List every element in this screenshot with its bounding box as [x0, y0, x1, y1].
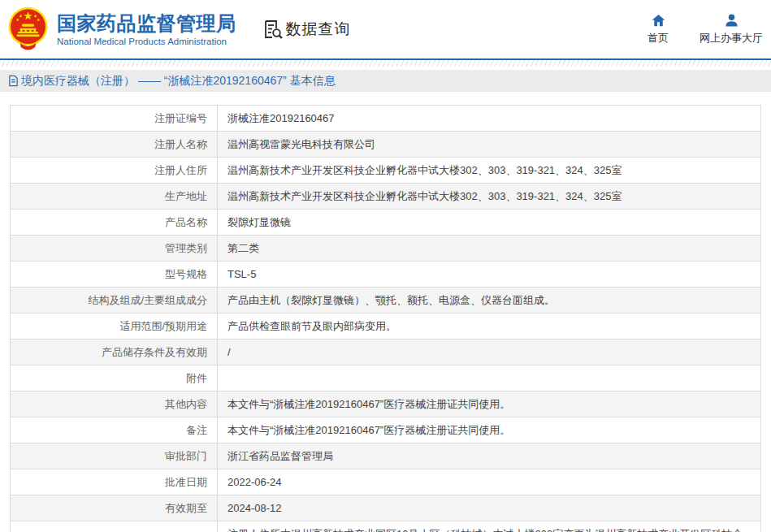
table-row: 结构及组成/主要组成成分 产品由主机（裂隙灯显微镜）、颚托、额托、电源盒、仪器台… — [11, 288, 761, 314]
data-query-label: 数据查询 — [286, 19, 351, 40]
table-row: 适用范围/预期用途 产品供检查眼前节及眼内部病变用。 — [11, 314, 761, 340]
site-header: 国家药品监督管理局 National Medical Products Admi… — [0, 0, 771, 58]
table-row: 其他内容 本文件与“浙械注准20192160467”医疗器械注册证共同使用。 — [11, 391, 761, 417]
table-row: 变更情况 注册人住所由温州高新技术产业园区10号小区（科技城）中试大楼303室变… — [11, 521, 761, 532]
row-value: 2022-06-24 — [218, 469, 761, 495]
row-label: 其他内容 — [165, 396, 207, 413]
document-search-icon — [262, 19, 284, 40]
site-logo: 国家药品监督管理局 National Medical Products Admi… — [6, 6, 236, 52]
row-label: 管理类别 — [165, 240, 207, 257]
nav-label-home: 首页 — [648, 31, 669, 45]
table-row: 附件 — [11, 365, 761, 391]
row-label: 适用范围/预期用途 — [119, 318, 207, 335]
row-value: 本文件与“浙械注准20192160467”医疗器械注册证共同使用。 — [218, 417, 761, 443]
org-name-en: National Medical Products Administration — [57, 37, 236, 46]
table-row: 审批部门 浙江省药品监督管理局 — [11, 443, 761, 469]
table-row: 型号规格 TSL-5 — [11, 262, 761, 288]
row-label: 注册人住所 — [154, 162, 207, 179]
nav-label-service-hall: 网上办事大厅 — [700, 31, 763, 45]
table-row: 管理类别 第二类 — [11, 236, 761, 262]
org-name: 国家药品监督管理局 — [57, 12, 236, 35]
info-table-body: 注册证编号 浙械注准20192160467 注册人名称 温州高视雷蒙光电科技有限… — [11, 106, 761, 532]
row-label: 批准日期 — [165, 474, 207, 491]
data-query-button[interactable]: 数据查询 — [262, 19, 351, 40]
document-icon — [8, 75, 19, 87]
table-row: 生产地址 温州高新技术产业开发区科技企业孵化器中试大楼302、303、319-3… — [11, 184, 761, 210]
row-value: 本文件与“浙械注准20192160467”医疗器械注册证共同使用。 — [218, 391, 761, 417]
row-label: 结构及组成/主要组成成分 — [88, 292, 207, 309]
row-value: 浙江省药品监督管理局 — [218, 443, 761, 469]
nav-item-home[interactable]: 首页 — [648, 13, 669, 45]
row-value: 注册人住所由温州高新技术产业园区10号小区（科技城）中试大楼303室变更为温州高… — [218, 521, 761, 532]
row-label: 产品名称 — [165, 214, 207, 231]
table-row: 有效期至 2024-08-12 — [11, 495, 761, 521]
row-label: 注册证编号 — [154, 110, 207, 127]
row-value: / — [218, 340, 761, 365]
row-label: 附件 — [186, 370, 207, 387]
breadcrumb: 境内医疗器械（注册） —— “浙械注准20192160467” 基本信息 — [0, 70, 771, 92]
row-label: 备注 — [186, 422, 207, 439]
row-label: 型号规格 — [165, 266, 207, 283]
table-row: 批准日期 2022-06-24 — [11, 469, 761, 495]
table-row: 产品名称 裂隙灯显微镜 — [11, 210, 761, 236]
row-value: 浙械注准20192160467 — [218, 106, 761, 132]
row-value: 温州高新技术产业开发区科技企业孵化器中试大楼302、303、319-321、32… — [218, 158, 761, 184]
row-value: 产品供检查眼前节及眼内部病变用。 — [218, 314, 761, 340]
table-row: 注册人名称 温州高视雷蒙光电科技有限公司 — [11, 132, 761, 158]
row-value — [218, 365, 761, 391]
home-icon — [651, 13, 666, 28]
row-label: 审批部门 — [165, 448, 207, 465]
row-value: 产品由主机（裂隙灯显微镜）、颚托、额托、电源盒、仪器台面组成。 — [218, 288, 761, 314]
row-label: 生产地址 — [165, 188, 207, 205]
row-value: 温州高新技术产业开发区科技企业孵化器中试大楼302、303、319-321、32… — [218, 184, 761, 210]
national-emblem-icon — [6, 6, 50, 52]
row-value: 温州高视雷蒙光电科技有限公司 — [218, 132, 761, 158]
header-nav: 首页 网上办事大厅 — [648, 13, 763, 45]
row-value: 2024-08-12 — [218, 495, 761, 521]
table-row: 备注 本文件与“浙械注准20192160467”医疗器械注册证共同使用。 — [11, 417, 761, 443]
registration-info-table: 注册证编号 浙械注准20192160467 注册人名称 温州高视雷蒙光电科技有限… — [10, 105, 761, 532]
hatch-strip — [0, 60, 771, 67]
breadcrumb-text: 境内医疗器械（注册） —— “浙械注准20192160467” 基本信息 — [21, 74, 336, 89]
nav-item-service-hall[interactable]: 网上办事大厅 — [700, 13, 763, 45]
row-value: 裂隙灯显微镜 — [218, 210, 761, 236]
row-label: 产品储存条件及有效期 — [102, 344, 207, 361]
row-label: 注册人名称 — [154, 136, 207, 153]
table-row: 注册证编号 浙械注准20192160467 — [11, 106, 761, 132]
user-icon — [724, 13, 739, 28]
row-value: 第二类 — [218, 236, 761, 262]
row-value: TSL-5 — [218, 262, 761, 288]
table-row: 注册人住所 温州高新技术产业开发区科技企业孵化器中试大楼302、303、319-… — [11, 158, 761, 184]
table-row: 产品储存条件及有效期 / — [11, 340, 761, 365]
row-label: 有效期至 — [165, 500, 207, 517]
